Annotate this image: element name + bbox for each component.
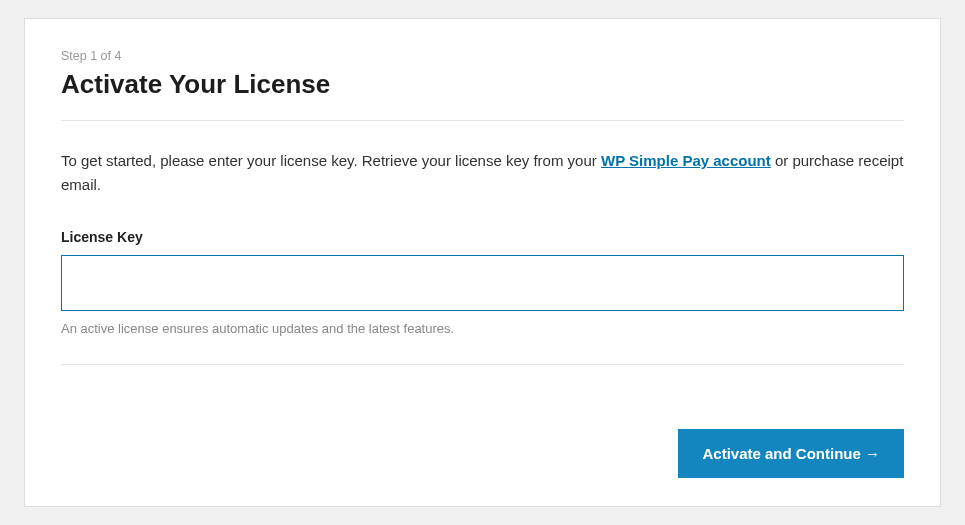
page-title: Activate Your License (61, 69, 904, 100)
intro-text: To get started, please enter your licens… (61, 149, 904, 197)
intro-text-before: To get started, please enter your licens… (61, 152, 601, 169)
license-key-input[interactable] (61, 255, 904, 311)
divider (61, 364, 904, 365)
activate-continue-button[interactable]: Activate and Continue → (678, 429, 904, 478)
license-key-label: License Key (61, 229, 904, 245)
license-activation-card: Step 1 of 4 Activate Your License To get… (24, 18, 941, 507)
step-indicator: Step 1 of 4 (61, 49, 904, 63)
account-link[interactable]: WP Simple Pay account (601, 152, 771, 169)
footer: Activate and Continue → (61, 409, 904, 478)
divider (61, 120, 904, 121)
license-key-helper: An active license ensures automatic upda… (61, 321, 904, 336)
